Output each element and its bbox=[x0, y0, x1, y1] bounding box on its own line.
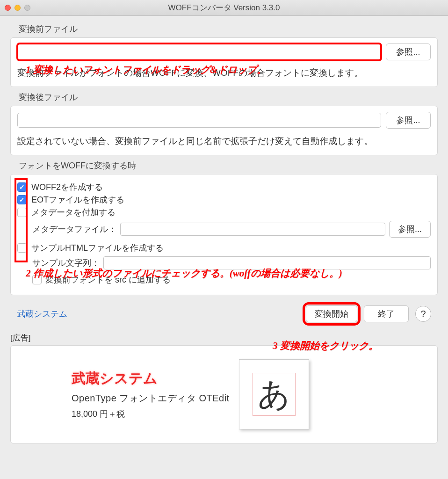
window-controls bbox=[5, 5, 30, 11]
window-title: WOFFコンバータ Version 3.3.0 bbox=[5, 2, 443, 13]
convert-button[interactable]: 変換開始 bbox=[306, 305, 357, 322]
close-window-button[interactable] bbox=[5, 5, 11, 11]
ad-panel[interactable]: 武蔵システム OpenType フォントエディタ OTEdit 18,000 円… bbox=[10, 345, 438, 443]
dest-browse-button[interactable]: 参照... bbox=[386, 112, 431, 129]
annotation-2: 2 作成したい形式のファイルにチェックする。(woffの場合は必要なし。) bbox=[26, 267, 342, 280]
minimize-window-button[interactable] bbox=[14, 5, 21, 11]
dest-panel: 参照... 設定されていない場合、変換前ファイルと同じ名前で拡張子だけ変えて自動… bbox=[10, 106, 438, 155]
quit-button[interactable]: 終了 bbox=[364, 305, 409, 322]
source-browse-button[interactable]: 参照... bbox=[386, 44, 431, 60]
source-file-input[interactable] bbox=[17, 44, 381, 60]
dest-section-label: 変換後ファイル bbox=[19, 92, 438, 103]
eot-label: EOTファイルを作成する bbox=[31, 194, 124, 205]
woff2-checkbox[interactable] bbox=[17, 182, 27, 192]
ad-label: [広告] bbox=[10, 333, 448, 343]
options-section-label: フォントをWOFFに変換する時 bbox=[19, 160, 438, 171]
metadata-label: メタデータを付加する bbox=[31, 207, 116, 218]
annotation-1: 1 変換したいフォントファイルをドラッグ&ドロップ。 bbox=[26, 63, 267, 76]
help-button[interactable]: ? bbox=[415, 306, 431, 322]
metadata-file-input[interactable] bbox=[120, 223, 385, 236]
dest-hint-text: 設定されていない場合、変換前ファイルと同じ名前で拡張子だけ変えて自動作成します。 bbox=[17, 135, 431, 147]
metadata-checkbox[interactable] bbox=[17, 208, 27, 217]
sample-html-checkbox[interactable] bbox=[17, 243, 27, 253]
dest-file-input[interactable] bbox=[17, 113, 381, 128]
ad-glyph: あ bbox=[253, 373, 296, 416]
titlebar: WOFFコンバータ Version 3.3.0 bbox=[0, 0, 448, 16]
woff2-label: WOFF2を作成する bbox=[31, 181, 103, 193]
annotation-3: 3 変換開始をクリック。 bbox=[273, 339, 378, 352]
source-panel: 参照... 変換前ファイルがフォントの場合WOFFに変換、WOFFの場合フォント… bbox=[10, 37, 438, 87]
metadata-browse-button[interactable]: 参照... bbox=[389, 221, 431, 238]
ad-preview-image: あ bbox=[239, 359, 309, 429]
sample-html-label: サンプルHTMLファイルを作成する bbox=[31, 242, 164, 254]
metadata-file-label: メタデータファイル： bbox=[32, 224, 116, 235]
ad-title: 武蔵システム bbox=[72, 369, 230, 388]
ad-subtitle: OpenType フォントエディタ OTEdit bbox=[72, 392, 230, 405]
ad-price: 18,000 円＋税 bbox=[72, 408, 230, 420]
vendor-link[interactable]: 武蔵システム bbox=[17, 308, 67, 319]
eot-checkbox[interactable] bbox=[17, 195, 27, 204]
maximize-window-button bbox=[24, 5, 30, 11]
source-section-label: 変換前ファイル bbox=[19, 23, 438, 35]
footer-row: 武蔵システム 変換開始 終了 ? bbox=[0, 300, 448, 322]
